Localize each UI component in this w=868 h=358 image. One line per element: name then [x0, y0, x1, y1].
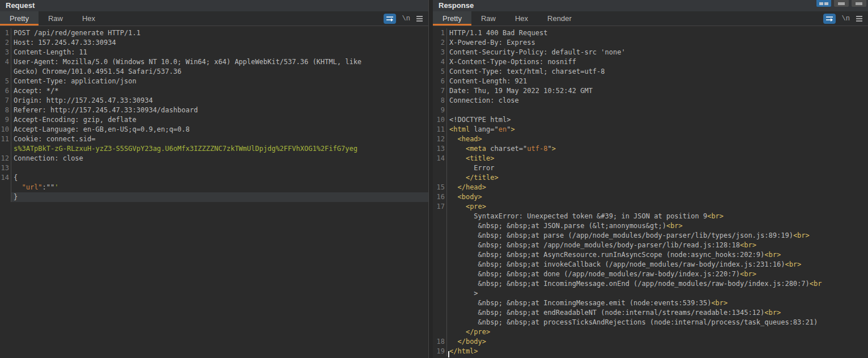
request-editor-menu-button[interactable] [416, 16, 423, 22]
line-number: 11 [433, 125, 447, 134]
request-editor[interactable]: 1POST /api/red/generate HTTP/1.12Host: 1… [0, 26, 428, 358]
code-line: </pre> [433, 327, 868, 337]
line-number [433, 163, 447, 173]
single-layout-button[interactable] [852, 0, 866, 7]
code-text: Connection: close [11, 154, 428, 163]
tab-pretty[interactable]: Pretty [433, 11, 471, 26]
line-number: 17 [433, 202, 447, 212]
code-text: </pre> [447, 327, 868, 337]
show-newlines-toggle-button[interactable]: \n [842, 15, 850, 23]
line-number [433, 221, 447, 231]
code-line: &nbsp; &nbsp;at parse (/app/node_modules… [433, 231, 868, 241]
code-text: Error [447, 163, 868, 173]
line-number: 4 [0, 57, 11, 67]
line-number: 13 [0, 163, 11, 173]
code-text: X-Content-Type-Options: nosniff [447, 57, 868, 67]
line-number: 4 [433, 57, 447, 67]
code-text: &nbsp; &nbsp;at invokeCallback (/app/nod… [447, 260, 868, 269]
code-text: &nbsp; &nbsp;at IncomingMessage.onEnd (/… [447, 279, 868, 289]
response-editor-menu-button[interactable] [856, 16, 862, 22]
code-line: > [433, 289, 868, 298]
tab-pretty[interactable]: Pretty [0, 11, 39, 26]
code-line: 16 <body> [433, 192, 868, 202]
code-text: HTTP/1.1 400 Bad Request [447, 28, 868, 38]
line-number [433, 298, 447, 308]
word-wrap-toggle-button[interactable] [823, 14, 836, 24]
code-line: &nbsp; &nbsp;at /app/node_modules/body-p… [433, 241, 868, 250]
line-number [433, 318, 447, 327]
line-number: 12 [433, 134, 447, 144]
tab-hex[interactable]: Hex [73, 11, 105, 26]
word-wrap-toggle-button[interactable] [384, 14, 396, 24]
tab-hex[interactable]: Hex [505, 11, 538, 26]
line-number: 7 [433, 86, 447, 96]
code-text: Connection: close [447, 96, 868, 106]
code-line: "url":""' [0, 183, 428, 192]
code-text: Content-Security-Policy: default-src 'no… [447, 48, 868, 57]
code-line: 8Connection: close [433, 96, 868, 106]
line-number [433, 269, 447, 279]
code-line: 18 </body> [433, 337, 868, 347]
line-number [433, 231, 447, 241]
tab-raw[interactable]: Raw [471, 11, 505, 26]
code-text: &nbsp; &nbsp;at parse (/app/node_modules… [447, 231, 868, 241]
line-number: 19 [433, 347, 447, 356]
line-number: 1 [0, 28, 11, 38]
show-newlines-toggle-button[interactable]: \n [402, 15, 410, 23]
code-line: 7Date: Thu, 19 May 2022 10:52:42 GMT [433, 86, 868, 96]
code-text: </head> [447, 183, 868, 192]
code-line: 7Origin: http://157.245.47.33:30934 [0, 96, 428, 106]
code-line: &nbsp; &nbsp;at JSON.parse (&lt;anonymou… [433, 221, 868, 231]
line-number [433, 241, 447, 250]
line-number: 9 [433, 106, 447, 115]
tab-render[interactable]: Render [538, 11, 581, 26]
rows-layout-button[interactable] [834, 0, 849, 7]
code-text: <html lang="en"> [447, 125, 868, 134]
request-panel-title: Request [0, 0, 428, 11]
code-text: &nbsp; &nbsp;at AsyncResource.runInAsync… [447, 250, 868, 260]
line-number: 11 [0, 134, 11, 144]
line-number [0, 192, 11, 202]
line-number: 10 [433, 115, 447, 125]
tab-raw[interactable]: Raw [39, 11, 73, 26]
response-editor-tools: \n [823, 11, 868, 26]
text-caret [448, 351, 449, 357]
code-line: 17 <pre> [433, 202, 868, 212]
code-text: &nbsp; &nbsp;at /app/node_modules/body-p… [447, 241, 868, 250]
code-line: 8Referer: http://157.245.47.33:30934/das… [0, 106, 428, 115]
line-number: 14 [0, 173, 11, 183]
response-panel-title: Response [433, 0, 868, 11]
request-panel: Request PrettyRawHex \n 1POST /api/red/g… [0, 0, 429, 358]
code-line: &nbsp; &nbsp;at IncomingMessage.emit (no… [433, 298, 868, 308]
code-text: } [11, 192, 428, 202]
code-text: Date: Thu, 19 May 2022 10:52:42 GMT [447, 86, 868, 96]
code-text: &nbsp; &nbsp;at IncomingMessage.emit (no… [447, 298, 868, 308]
code-line: 9 [433, 106, 868, 115]
code-line: 2Host: 157.245.47.33:30934 [0, 38, 428, 48]
code-text: Origin: http://157.245.47.33:30934 [11, 96, 428, 106]
code-text: <title> [447, 154, 868, 163]
line-number [433, 212, 447, 221]
code-text: SyntaxError: Unexpected token &#39; in J… [447, 212, 868, 221]
code-line: 6Accept: */* [0, 86, 428, 96]
code-text: { [11, 173, 428, 183]
code-line: &nbsp; &nbsp;at endReadableNT (node:inte… [433, 308, 868, 318]
code-text: &nbsp; &nbsp;at done (/app/node_modules/… [447, 269, 868, 279]
code-line: &nbsp; &nbsp;at invokeCallback (/app/nod… [433, 260, 868, 269]
line-number: 1 [433, 28, 447, 38]
hamburger-icon [856, 16, 862, 17]
code-text: Accept-Language: en-GB,en-US;q=0.9,en;q=… [11, 125, 428, 134]
line-number: 2 [433, 38, 447, 48]
code-text [447, 106, 868, 115]
code-line: 11<html lang="en"> [433, 125, 868, 134]
code-text: Accept-Encoding: gzip, deflate [11, 115, 428, 125]
line-number: 6 [0, 86, 11, 96]
columns-layout-button[interactable] [816, 0, 831, 7]
code-line: &nbsp; &nbsp;at processTicksAndRejection… [433, 318, 868, 327]
code-line: &nbsp; &nbsp;at IncomingMessage.onEnd (/… [433, 279, 868, 289]
code-text: </title> [447, 173, 868, 183]
response-editor[interactable]: 1HTTP/1.1 400 Bad Request2X-Powered-By: … [433, 26, 868, 358]
layout-controls [816, 0, 866, 7]
code-text: <body> [447, 192, 868, 202]
code-text: Host: 157.245.47.33:30934 [11, 38, 428, 48]
